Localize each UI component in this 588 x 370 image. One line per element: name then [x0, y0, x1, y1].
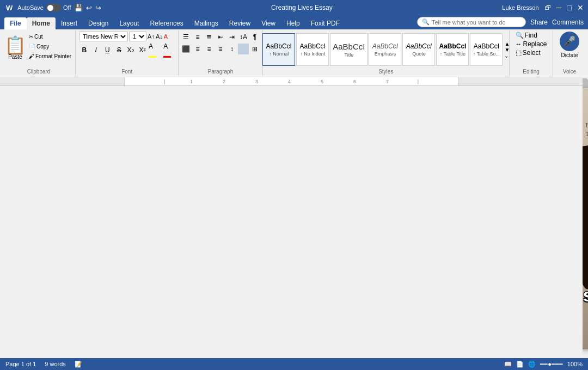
subscript-button[interactable]: X₂: [125, 45, 136, 55]
ribbon-tabs: File Home Insert Design Layout Reference…: [0, 15, 350, 29]
tab-insert[interactable]: Insert: [56, 17, 83, 29]
strikethrough-button[interactable]: S: [114, 45, 124, 55]
window-resize-icon[interactable]: 🗗: [544, 4, 551, 11]
borders-button[interactable]: ⊞: [249, 44, 260, 54]
document-page[interactable]: Bresson 1 Luke Bresson F. Alvarado HIST …: [583, 88, 588, 349]
minimize-button[interactable]: ─: [556, 3, 562, 12]
view-read-icon[interactable]: 📖: [504, 361, 512, 368]
align-right[interactable]: ≡: [204, 44, 215, 54]
align-center[interactable]: ≡: [192, 44, 203, 54]
tab-foxit[interactable]: Foxit PDF: [305, 17, 345, 29]
style-normal-label: ↑ Normal: [269, 51, 289, 57]
superscript-button[interactable]: X²: [137, 45, 148, 55]
select-button[interactable]: ⬚ Select: [516, 49, 541, 57]
tab-layout[interactable]: Layout: [114, 17, 144, 29]
style-quote[interactable]: AaBbCcI Quote: [402, 33, 435, 66]
clear-formatting[interactable]: A: [164, 33, 168, 40]
styles-scroll-down[interactable]: ▼: [504, 47, 510, 53]
style-emphasis[interactable]: AaBbCcI Emphasis: [369, 33, 401, 66]
style-quote-preview: AaBbCcI: [406, 42, 432, 50]
style-table-so-label: ↑ Table So...: [473, 51, 500, 57]
undo-icon[interactable]: ↩: [86, 4, 92, 12]
format-painter-button[interactable]: 🖌 Format Painter: [27, 51, 73, 61]
font-size-decrease[interactable]: A↓: [156, 33, 163, 40]
proofing-icon[interactable]: 📝: [75, 361, 82, 368]
close-button[interactable]: ✕: [577, 3, 584, 12]
ribbon: 📋 Paste ✂ Cut 📄 Copy 🖌 Format Painter: [0, 29, 588, 77]
increase-indent[interactable]: ⇥: [226, 32, 237, 42]
find-button[interactable]: 🔍 Find: [516, 32, 537, 39]
align-left[interactable]: ⬛: [181, 44, 192, 54]
cut-label: Cut: [34, 34, 43, 40]
copy-button[interactable]: 📄 Copy: [27, 41, 73, 51]
tab-home[interactable]: Home: [27, 17, 56, 29]
page-indicator: Page 1 of 1: [5, 361, 36, 368]
font-size-select[interactable]: 12: [129, 32, 146, 41]
share-button[interactable]: Share: [530, 18, 548, 26]
text-highlight-icon[interactable]: A: [149, 42, 160, 58]
paragraph-group-label: Paragraph: [208, 69, 234, 75]
clipboard-group: 📋 Paste ✂ Cut 📄 Copy 🖌 Format Painter: [2, 30, 76, 76]
view-web-icon[interactable]: 🌐: [528, 361, 536, 368]
search-icon: 🔍: [422, 18, 430, 26]
styles-group-label: Styles: [378, 69, 393, 75]
save-icon[interactable]: 💾: [74, 4, 83, 12]
underline-button[interactable]: U: [102, 45, 113, 55]
justify[interactable]: ≡: [215, 44, 226, 54]
show-formatting[interactable]: ¶: [249, 32, 260, 42]
app-container: W AutoSave Off 💾 ↩ ↪ Creating Lives Essa…: [0, 0, 588, 370]
para-row1: ☰ ≡ ≣ ⇤ ⇥ ↕A ¶: [181, 32, 260, 42]
maximize-button[interactable]: □: [567, 3, 572, 12]
tab-references[interactable]: References: [144, 17, 188, 29]
style-title[interactable]: AaBbCcI Title: [330, 33, 367, 66]
word-logo: W: [4, 3, 14, 13]
font-size-increase[interactable]: A↑: [148, 33, 155, 40]
style-table-so[interactable]: AaBbCcI ↑ Table So...: [470, 33, 503, 66]
decrease-indent[interactable]: ⇤: [215, 32, 226, 42]
line-spacing[interactable]: ↕: [226, 44, 237, 54]
sort-button[interactable]: ↕A: [238, 32, 249, 42]
dictate-button[interactable]: 🎤 Dictate: [560, 32, 579, 58]
style-table-title-label: ↑ Table Title: [440, 51, 465, 57]
autosave-toggle[interactable]: AutoSave Off: [17, 4, 71, 11]
style-table-title[interactable]: AaBbCcI ↑ Table Title: [436, 33, 469, 66]
style-emphasis-label: Emphasis: [375, 51, 396, 57]
status-left: Page 1 of 1 9 words 📝: [5, 361, 82, 368]
bullets-button[interactable]: ☰: [181, 32, 192, 42]
tab-review[interactable]: Review: [224, 17, 256, 29]
tab-help[interactable]: Help: [281, 17, 305, 29]
multilevel-list[interactable]: ≣: [204, 32, 215, 42]
document-area[interactable]: Bresson 1 Luke Bresson F. Alvarado HIST …: [583, 77, 588, 358]
redo-icon[interactable]: ↪: [95, 4, 101, 12]
font-group: Times New Roman 12 A↑ A↓ A B I U S X₂ X²: [76, 30, 179, 76]
style-normal[interactable]: AaBbCcI ↑ Normal: [262, 33, 295, 66]
styles-scroll-up[interactable]: ▲: [504, 41, 510, 47]
autosave-label: AutoSave: [17, 4, 44, 11]
tab-file[interactable]: File: [4, 17, 27, 29]
cut-button[interactable]: ✂ Cut: [27, 32, 73, 41]
autosave-switch[interactable]: [46, 4, 61, 11]
style-no-indent[interactable]: AaBbCcI ↑ No Indent: [296, 33, 329, 66]
comments-button[interactable]: Comments: [552, 18, 584, 26]
font-name-select[interactable]: Times New Roman: [79, 32, 128, 41]
tab-design[interactable]: Design: [83, 17, 114, 29]
editing-group-label: Editing: [523, 69, 540, 75]
replace-icon: ↔: [516, 40, 522, 48]
dictate-label: Dictate: [561, 52, 578, 58]
search-input[interactable]: [432, 19, 519, 26]
replace-button[interactable]: ↔ Replace: [516, 40, 547, 48]
zoom-slider[interactable]: ━━●━━━: [540, 361, 563, 368]
tab-view[interactable]: View: [256, 17, 281, 29]
tab-mailings[interactable]: Mailings: [189, 17, 224, 29]
status-bar: Page 1 of 1 9 words 📝 📖 📄 🌐 ━━●━━━ 100%: [0, 358, 588, 370]
bold-button[interactable]: B: [79, 45, 89, 55]
para-row2: ⬛ ≡ ≡ ≡ ↕ ⊞: [181, 44, 260, 54]
search-bar[interactable]: 🔍: [417, 17, 526, 27]
font-color-icon[interactable]: A: [163, 42, 175, 58]
shading-button[interactable]: [238, 44, 249, 54]
paste-button[interactable]: 📋 Paste: [4, 32, 26, 64]
view-print-icon[interactable]: 📄: [516, 361, 524, 368]
styles-expand[interactable]: ⌄: [504, 53, 510, 59]
numbering-button[interactable]: ≡: [192, 32, 203, 42]
italic-button[interactable]: I: [90, 45, 101, 55]
